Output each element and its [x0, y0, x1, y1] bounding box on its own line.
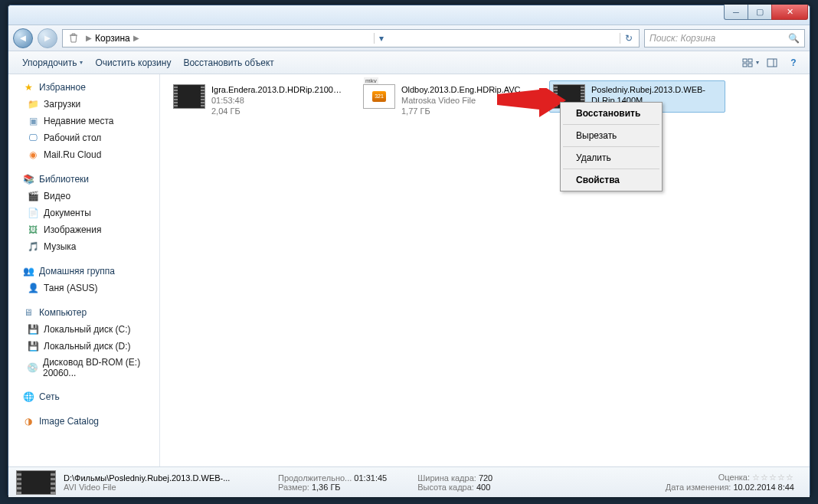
search-icon: 🔍 — [788, 33, 800, 44]
help-button[interactable]: ? — [785, 54, 802, 71]
recycle-bin-icon — [67, 32, 80, 44]
sidebar-item-bdrom[interactable]: 💿Дисковод BD-ROM (E:) 20060... — [10, 355, 158, 381]
pictures-icon: 🖼 — [27, 224, 39, 236]
file-meta: Matroska Video File — [401, 95, 521, 106]
sidebar-item-music[interactable]: 🎵Музыка — [10, 238, 158, 255]
history-dropdown-button[interactable]: ▾ — [374, 33, 388, 44]
recent-icon: ▣ — [27, 115, 39, 127]
context-menu-properties[interactable]: Свойства — [562, 171, 660, 189]
sidebar-network-header[interactable]: 🌐Сеть — [10, 388, 158, 405]
nav-forward-button[interactable]: ► — [38, 28, 57, 48]
body-area: ★Избранное 📁Загрузки ▣Недавние места 🖵Ра… — [8, 74, 810, 466]
svg-rect-4 — [767, 59, 777, 67]
computer-icon: 🖥 — [22, 306, 34, 319]
file-item[interactable]: 321 Oldboy.2013.D.Eng.HDRip.AVC Matroska… — [359, 80, 535, 120]
separator — [563, 124, 659, 125]
context-menu-restore[interactable]: Восстановить — [562, 104, 660, 123]
status-frame-width: 720 — [479, 473, 492, 483]
status-frame-height: 400 — [476, 483, 490, 492]
separator — [563, 146, 659, 147]
status-size: 1,36 ГБ — [312, 483, 341, 492]
homegroup-icon: 👥 — [22, 265, 34, 277]
sidebar-item-documents[interactable]: 📄Документы — [10, 205, 158, 221]
view-options-button[interactable] — [742, 54, 759, 71]
details-pane: D:\Фильмы\Posledniy.Rubej.2013.D.WEB-...… — [8, 466, 810, 497]
sidebar-homegroup-header[interactable]: 👥Домашняя группа — [10, 263, 158, 280]
user-icon: 👤 — [27, 282, 39, 294]
status-duration: 01:31:45 — [354, 473, 387, 483]
refresh-button[interactable]: ↻ — [620, 33, 637, 44]
sidebar-favorites-header[interactable]: ★Избранное — [10, 79, 158, 96]
organize-button[interactable]: Упорядочить — [16, 54, 89, 71]
mkv-file-icon: 321 — [363, 84, 395, 109]
titlebar[interactable]: ─ ▢ ✕ — [8, 5, 810, 25]
sidebar-item-desktop[interactable]: 🖵Рабочий стол — [10, 129, 158, 146]
catalog-icon: ◑ — [22, 415, 34, 427]
sidebar-item-pictures[interactable]: 🖼Изображения — [10, 221, 158, 238]
sidebar-imagecatalog-header[interactable]: ◑Image Catalog — [10, 413, 158, 430]
explorer-window: ─ ▢ ✕ ◄ ► ▶ Корзина ▶ ▾ ↻ Поиск: Корзина… — [8, 5, 810, 496]
folder-icon: 📁 — [27, 98, 39, 110]
video-icon: 🎬 — [27, 190, 39, 202]
status-file-path: D:\Фильмы\Posledniy.Rubej.2013.D.WEB-... — [64, 473, 255, 483]
drive-icon: 💾 — [27, 340, 39, 352]
search-placeholder: Поиск: Корзина — [649, 33, 715, 44]
file-list-pane[interactable]: Igra.Endera.2013.D.HDRip.2100MB 01:53:48… — [160, 74, 810, 466]
music-icon: 🎵 — [27, 241, 39, 253]
svg-rect-1 — [748, 59, 752, 62]
file-name: Igra.Endera.2013.D.HDRip.2100MB — [211, 84, 342, 95]
sidebar-libraries-header[interactable]: 📚Библиотеки — [10, 171, 158, 188]
chevron-right-icon: ▶ — [130, 34, 142, 42]
drive-icon: 💾 — [27, 323, 39, 335]
file-name: Oldboy.2013.D.Eng.HDRip.AVC — [401, 84, 521, 95]
nav-back-button[interactable]: ◄ — [13, 28, 33, 48]
svg-rect-0 — [743, 59, 747, 62]
preview-pane-button[interactable] — [764, 54, 780, 71]
status-rating-stars[interactable]: ☆☆☆☆☆ — [752, 473, 794, 482]
file-item[interactable]: Igra.Endera.2013.D.HDRip.2100MB 01:53:48… — [169, 80, 345, 120]
desktop-icon: 🖵 — [27, 132, 39, 144]
svg-rect-2 — [743, 64, 747, 67]
navigation-pane: ★Избранное 📁Загрузки ▣Недавние места 🖵Ра… — [8, 74, 160, 466]
cloud-icon: ◉ — [27, 149, 39, 161]
sidebar-item-recent[interactable]: ▣Недавние места — [10, 113, 158, 129]
file-meta: 1,77 ГБ — [401, 106, 521, 116]
sidebar-item-videos[interactable]: 🎬Видео — [10, 188, 158, 205]
status-date-modified: 10.02.2014 8:44 — [733, 483, 794, 492]
file-meta: 01:53:48 — [211, 95, 342, 106]
context-menu: Восстановить Вырезать Удалить Свойства — [560, 102, 663, 191]
star-icon: ★ — [22, 81, 34, 93]
context-menu-delete[interactable]: Удалить — [562, 149, 660, 167]
sidebar-computer-header[interactable]: 🖥Компьютер — [10, 304, 158, 321]
nav-bar: ◄ ► ▶ Корзина ▶ ▾ ↻ Поиск: Корзина 🔍 — [8, 25, 810, 51]
context-menu-cut[interactable]: Вырезать — [562, 126, 660, 145]
chevron-right-icon: ▶ — [83, 34, 95, 42]
sidebar-item-downloads[interactable]: 📁Загрузки — [10, 96, 158, 113]
breadcrumb-location[interactable]: Корзина — [95, 33, 130, 44]
sidebar-item-mailru[interactable]: ◉Mail.Ru Cloud — [10, 146, 158, 163]
sidebar-item-drive-d[interactable]: 💾Локальный диск (D:) — [10, 338, 158, 355]
minimize-button[interactable]: ─ — [724, 5, 748, 20]
video-thumbnail-icon — [173, 84, 205, 109]
status-file-type: AVI Video File — [64, 483, 255, 492]
empty-recycle-bin-button[interactable]: Очистить корзину — [89, 54, 177, 71]
window-controls: ─ ▢ ✕ — [725, 5, 808, 20]
search-input[interactable]: Поиск: Корзина 🔍 — [644, 29, 805, 47]
restore-item-button[interactable]: Восстановить объект — [177, 54, 280, 71]
file-meta: 2,04 ГБ — [211, 106, 342, 116]
libraries-icon: 📚 — [22, 173, 34, 185]
document-icon: 📄 — [27, 207, 39, 219]
maximize-button[interactable]: ▢ — [748, 5, 772, 20]
status-thumbnail-icon — [16, 470, 56, 495]
disc-icon: 💿 — [27, 362, 38, 374]
command-bar: Упорядочить Очистить корзину Восстановит… — [8, 51, 810, 74]
svg-rect-3 — [748, 64, 752, 67]
separator — [563, 169, 659, 169]
sidebar-item-drive-c[interactable]: 💾Локальный диск (C:) — [10, 321, 158, 338]
sidebar-item-user[interactable]: 👤Таня (ASUS) — [10, 280, 158, 296]
close-button[interactable]: ✕ — [771, 5, 808, 20]
network-icon: 🌐 — [22, 391, 34, 403]
address-bar[interactable]: ▶ Корзина ▶ ▾ ↻ — [62, 29, 640, 47]
